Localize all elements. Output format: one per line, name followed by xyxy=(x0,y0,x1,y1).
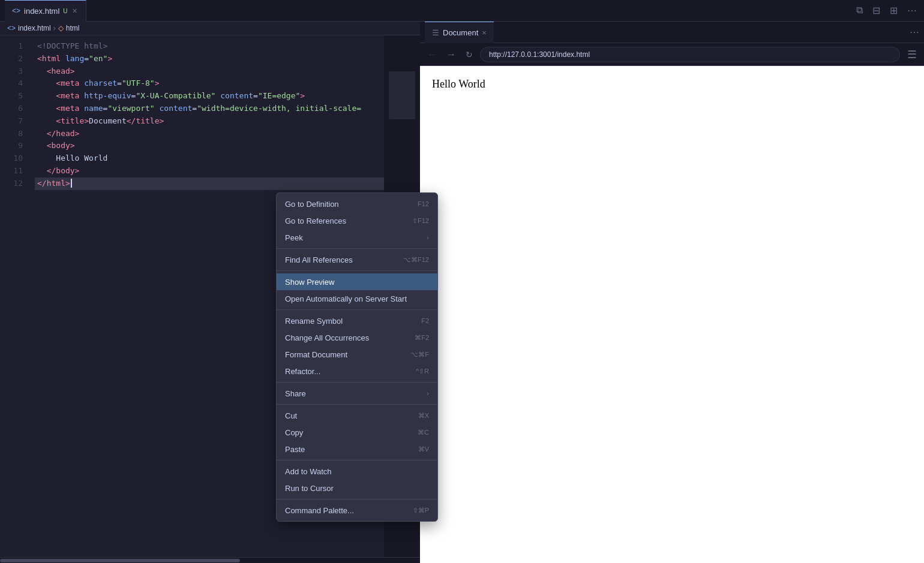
menu-item-label: Paste xyxy=(285,445,409,454)
menu-separator xyxy=(277,248,437,249)
menu-item-cut[interactable]: Cut ⌘X xyxy=(277,407,437,424)
menu-item-rename-symbol[interactable]: Rename Symbol F2 xyxy=(277,312,437,329)
code-line: Hello World xyxy=(35,152,384,165)
scrollbar-thumb[interactable] xyxy=(0,559,240,562)
menu-item-label: Find All References xyxy=(285,255,394,264)
menu-item-copy[interactable]: Copy ⌘C xyxy=(277,424,437,441)
menu-shortcut: F12 xyxy=(418,200,429,207)
breadcrumb-file-icon: <> xyxy=(7,24,16,32)
url-text: http://127.0.0.1:3001/index.html xyxy=(489,50,590,59)
tab-modified-indicator: U xyxy=(63,8,67,14)
menu-item-label: Refactor... xyxy=(285,367,406,376)
file-icon: <> xyxy=(12,7,20,15)
menu-item-label: Format Document xyxy=(285,350,401,359)
preview-toolbar: ← → ↻ http://127.0.0.1:3001/index.html ☰ xyxy=(420,43,924,66)
forward-button[interactable]: → xyxy=(444,47,458,62)
tab-label: index.html xyxy=(24,7,59,16)
code-line: <!DOCTYPE html> xyxy=(35,40,384,53)
menu-item-label: Cut xyxy=(285,411,409,420)
code-line: </body> xyxy=(35,165,384,177)
preview-tab-actions: ⋯ xyxy=(910,26,919,38)
preview-pane: ☰ Document × ⋯ ← → ↻ http://127.0.0.1:30… xyxy=(420,22,924,563)
preview-tab[interactable]: ☰ Document × xyxy=(425,22,494,43)
layout-button[interactable]: ⊞ xyxy=(887,4,900,17)
menu-item-label: Open Automatically on Server Start xyxy=(285,294,429,303)
code-line: <meta http-equiv="X-UA-Compatible" conte… xyxy=(35,90,384,103)
code-line: <head> xyxy=(35,65,384,78)
menu-item-run-to-cursor[interactable]: Run to Cursor xyxy=(277,480,437,496)
menu-item-label: Add to Watch xyxy=(285,467,429,476)
context-menu: Go to Definition F12 Go to References ⇧F… xyxy=(276,192,438,522)
preview-tab-icon: ☰ xyxy=(432,28,439,37)
back-button[interactable]: ← xyxy=(425,47,439,62)
menu-separator xyxy=(277,404,437,405)
minimap-thumb xyxy=(389,71,415,119)
code-line: <meta name="viewport" content="width=dev… xyxy=(35,103,384,115)
menu-item-find-all-references[interactable]: Find All References ⌥⌘F12 xyxy=(277,251,437,268)
menu-item-label: Peek xyxy=(285,233,427,242)
menu-item-label: Copy xyxy=(285,428,408,437)
code-line: <html lang="en"> xyxy=(35,53,384,65)
menu-item-format-document[interactable]: Format Document ⌥⌘F xyxy=(277,346,437,363)
menu-separator xyxy=(277,309,437,310)
preview-tab-label: Document xyxy=(443,28,478,37)
menu-shortcut: ⌘X xyxy=(418,412,429,420)
menu-item-label: Rename Symbol xyxy=(285,317,412,326)
menu-shortcut: F2 xyxy=(421,317,429,324)
submenu-arrow-icon: › xyxy=(427,234,429,241)
preview-hello-world: Hello World xyxy=(432,78,912,91)
menu-shortcut: ⌥⌘F xyxy=(410,351,429,359)
menu-separator xyxy=(277,499,437,499)
preview-titlebar: ☰ Document × ⋯ xyxy=(420,22,924,43)
menu-item-add-to-watch[interactable]: Add to Watch xyxy=(277,463,437,480)
more-actions-button[interactable]: ⋯ xyxy=(905,4,919,17)
menu-item-go-to-references[interactable]: Go to References ⇧F12 xyxy=(277,212,437,229)
editor-pane: <> index.html › ◇ html 1 2 3 4 5 6 7 8 9… xyxy=(0,22,420,563)
menu-item-label: Share xyxy=(285,389,427,398)
title-bar-actions: ⧉ ⊟ ⊞ ⋯ xyxy=(854,4,919,17)
menu-separator xyxy=(277,460,437,460)
editor-scrollbar[interactable] xyxy=(0,557,420,563)
menu-item-open-automatically[interactable]: Open Automatically on Server Start xyxy=(277,290,437,307)
menu-item-change-occurrences[interactable]: Change All Occurrences ⌘F2 xyxy=(277,329,437,346)
split-editor-button[interactable]: ⧉ xyxy=(854,4,865,17)
preview-content: Hello World xyxy=(420,66,924,563)
code-line: <title>Document</title> xyxy=(35,115,384,128)
menu-item-peek[interactable]: Peek › xyxy=(277,229,437,246)
refresh-button[interactable]: ↻ xyxy=(463,47,475,62)
preview-menu-button[interactable]: ☰ xyxy=(905,46,919,64)
code-line: <meta charset="UTF-8"> xyxy=(35,77,384,90)
address-bar[interactable]: http://127.0.0.1:3001/index.html xyxy=(480,47,900,62)
menu-shortcut: ⌘V xyxy=(418,445,429,453)
menu-item-command-palette[interactable]: Command Palette... ⇧⌘P xyxy=(277,502,437,519)
toggle-panel-button[interactable]: ⊟ xyxy=(870,4,883,17)
menu-shortcut: ⌘F2 xyxy=(415,334,429,342)
menu-shortcut: ⇧F12 xyxy=(412,217,429,225)
editor-tab[interactable]: <> index.html U × xyxy=(5,0,86,22)
code-line: <body> xyxy=(35,140,384,152)
menu-item-label: Go to Definition xyxy=(285,200,408,209)
menu-item-paste[interactable]: Paste ⌘V xyxy=(277,441,437,457)
menu-separator xyxy=(277,270,437,271)
menu-item-label: Command Palette... xyxy=(285,506,403,515)
preview-tab-close-button[interactable]: × xyxy=(482,28,487,37)
submenu-arrow-icon: › xyxy=(427,390,429,397)
menu-item-go-to-definition[interactable]: Go to Definition F12 xyxy=(277,195,437,212)
breadcrumb-element[interactable]: html xyxy=(66,24,80,32)
breadcrumb-separator: › xyxy=(53,24,56,32)
menu-item-share[interactable]: Share › xyxy=(277,385,437,402)
main-area: <> index.html › ◇ html 1 2 3 4 5 6 7 8 9… xyxy=(0,22,924,563)
preview-more-button[interactable]: ⋯ xyxy=(910,27,919,37)
tab-close-button[interactable]: × xyxy=(71,5,79,17)
menu-item-label: Go to References xyxy=(285,216,403,225)
breadcrumb-element-icon: ◇ xyxy=(58,24,64,32)
menu-shortcut: ^⇧R xyxy=(416,368,429,375)
menu-item-refactor[interactable]: Refactor... ^⇧R xyxy=(277,363,437,380)
breadcrumb: <> index.html › ◇ html xyxy=(0,22,420,35)
menu-item-show-preview[interactable]: Show Preview xyxy=(277,273,437,290)
line-numbers: 1 2 3 4 5 6 7 8 9 10 11 12 xyxy=(0,35,30,557)
menu-item-label: Run to Cursor xyxy=(285,484,429,493)
menu-separator xyxy=(277,382,437,383)
code-line: </head> xyxy=(35,128,384,140)
breadcrumb-file[interactable]: index.html xyxy=(18,24,51,32)
